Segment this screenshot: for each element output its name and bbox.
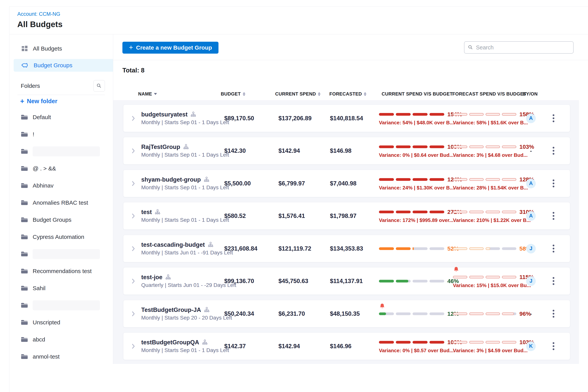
row-menu-button[interactable] xyxy=(550,235,557,262)
column-header-budget[interactable]: BUDGET xyxy=(221,91,246,97)
budget-group-row[interactable]: test Monthly | Starts Sep 01 - 1 Days Le… xyxy=(123,202,570,230)
account-breadcrumb-link[interactable]: Account: CCM-NG xyxy=(17,11,588,17)
sidebar-folder-item[interactable]: Budget Groups xyxy=(21,214,111,225)
sidebar-folder-item[interactable]: Anomalies RBAC test xyxy=(21,197,111,208)
column-header-name[interactable]: NAME xyxy=(138,91,157,97)
by-on-empty-dash: - xyxy=(530,148,532,154)
sidebar-folder-item[interactable]: Unscripted xyxy=(21,317,111,328)
current-vs-budget-cell: 154% Variance: 54% | $48.0K over B... xyxy=(379,105,464,132)
current-vs-budget-cell: 46% xyxy=(379,268,464,294)
sort-icon xyxy=(243,92,246,96)
current-vs-budget-cell: 100% Variance: 0% | $0.57 over Bud... xyxy=(379,332,464,360)
budget-group-name[interactable]: shyam-budget-group xyxy=(141,176,201,183)
row-menu-button[interactable] xyxy=(550,137,557,164)
budget-group-name[interactable]: test-joe xyxy=(141,274,162,281)
row-expand-chevron[interactable] xyxy=(132,137,135,164)
folder-icon xyxy=(21,285,28,291)
budget-group-name[interactable]: test xyxy=(141,209,152,216)
current-spend-amount: $137,206.89 xyxy=(278,115,312,122)
table-header-row: NAME BUDGET CURRENT SPEND FORECASTED xyxy=(113,91,579,98)
by-on-avatar: A xyxy=(526,114,536,123)
name-cell: test-joe Quarterly | Starts Jun 01 - -29… xyxy=(141,268,236,294)
folder-name: @ . > && xyxy=(33,165,56,172)
sidebar-folder-item[interactable]: anmol-test xyxy=(21,351,111,362)
piggy-bank-icon xyxy=(21,62,29,68)
budget-group-name[interactable]: RajTestGroup xyxy=(141,144,180,150)
row-menu-button[interactable] xyxy=(550,268,557,294)
sidebar-folder-item[interactable] xyxy=(21,146,111,157)
sidebar-folder-item[interactable]: Abhinav xyxy=(21,180,111,191)
budget-group-name[interactable]: testBudgetGroupQA xyxy=(141,339,199,346)
folder-icon xyxy=(21,200,28,206)
budget-period: Monthly | Starts Jun 01 - -91 Days Left xyxy=(141,250,233,256)
budget-group-row[interactable]: shyam-budget-group Monthly | Starts Sep … xyxy=(123,170,570,197)
budget-group-name[interactable]: TestBudgetGroup-JA xyxy=(141,306,201,314)
hierarchy-icon xyxy=(202,339,208,346)
budget-amount: $231,608.84 xyxy=(224,245,257,252)
budget-group-row[interactable]: test-cascading-budget Monthly | Starts J… xyxy=(123,235,570,262)
sidebar-folder-item[interactable]: @ . > && xyxy=(21,163,111,174)
row-expand-chevron[interactable] xyxy=(132,268,135,294)
row-expand-chevron[interactable] xyxy=(132,170,135,197)
sidebar-item-budget-groups[interactable]: Budget Groups xyxy=(14,59,113,72)
folder-icon xyxy=(21,354,28,360)
column-header-forecasted[interactable]: FORECASTED xyxy=(329,91,366,97)
sidebar-item-label: Budget Groups xyxy=(34,62,72,68)
budget-amount: $142.37 xyxy=(224,343,246,350)
current-vs-budget-bar xyxy=(379,247,444,250)
hierarchy-icon xyxy=(208,242,214,248)
current-vs-budget-bar xyxy=(379,341,444,344)
current-spend-amount: $142.94 xyxy=(278,148,300,154)
column-header-current-vs-budget: CURRENT SPEND V/S BUDGET xyxy=(382,91,453,97)
budget-group-name[interactable]: test-cascading-budget xyxy=(141,241,205,248)
forecast-vs-budget-bar xyxy=(453,276,516,278)
sidebar-folder-item[interactable]: abcd xyxy=(21,334,111,345)
forecast-vs-budget-bar xyxy=(453,210,516,213)
folder-name: Anomalies RBAC test xyxy=(33,200,88,206)
sidebar-folder-item[interactable] xyxy=(21,300,111,311)
current-vs-budget-cell: 52% xyxy=(379,235,464,262)
folder-icon xyxy=(21,337,28,342)
current-vs-budget-bar xyxy=(379,312,444,315)
row-menu-button[interactable] xyxy=(550,170,557,197)
sidebar-folder-item[interactable]: Default xyxy=(21,112,111,122)
current-variance-text: Variance: 0% | $0.64 over Bud... xyxy=(379,152,464,158)
row-expand-chevron[interactable] xyxy=(132,332,135,360)
budget-group-row[interactable]: testBudgetGroupQA Monthly | Starts Sep 0… xyxy=(123,332,570,360)
search-icon xyxy=(468,45,473,50)
current-spend-amount: $142.94 xyxy=(278,343,300,350)
row-expand-chevron[interactable] xyxy=(132,202,135,230)
hierarchy-icon xyxy=(154,209,161,215)
budget-period: Monthly | Starts Sep 20 - 20 Days Left xyxy=(141,315,232,321)
sidebar-folder-item[interactable]: Sahil xyxy=(21,283,111,294)
current-variance-text: Variance: 54% | $48.0K over B... xyxy=(379,120,464,126)
budget-group-row[interactable]: budgetsuryatest Monthly | Starts Sep 01 … xyxy=(123,104,570,132)
new-folder-button[interactable]: + New folder xyxy=(20,98,58,105)
budget-group-row[interactable]: test-joe Quarterly | Starts Jun 01 - -29… xyxy=(123,267,570,295)
search-input[interactable] xyxy=(476,44,570,51)
budget-amount: $50,240.34 xyxy=(224,310,254,317)
sidebar-item-all-budgets[interactable]: All Budgets xyxy=(14,42,113,55)
row-menu-button[interactable] xyxy=(550,332,557,360)
folder-search-button[interactable] xyxy=(94,80,105,92)
budget-group-row[interactable]: TestBudgetGroup-JA Monthly | Starts Sep … xyxy=(123,300,570,328)
create-budget-group-button[interactable]: + Create a new Budget Group xyxy=(122,42,218,54)
row-menu-button[interactable] xyxy=(550,300,557,327)
app-frame: Account: CCM-NG All Budgets All Budgets xyxy=(9,6,588,392)
sort-desc-icon xyxy=(154,93,157,95)
row-expand-chevron[interactable] xyxy=(132,235,135,262)
row-menu-button[interactable] xyxy=(550,105,557,132)
column-header-current-spend[interactable]: CURRENT SPEND xyxy=(275,91,320,97)
sidebar-folder-item[interactable]: Cypress Automation xyxy=(21,232,111,242)
row-expand-chevron[interactable] xyxy=(132,300,135,327)
row-expand-chevron[interactable] xyxy=(132,105,135,132)
by-on-cell: A xyxy=(526,202,536,230)
sidebar-folder-item[interactable]: Recommendations test xyxy=(21,266,111,276)
sidebar-folder-item[interactable]: ! xyxy=(21,129,111,140)
sidebar-folder-item[interactable] xyxy=(21,249,111,260)
folder-list: Default ! xyxy=(21,112,111,364)
row-menu-button[interactable] xyxy=(550,202,557,230)
name-cell: test-cascading-budget Monthly | Starts J… xyxy=(141,235,233,262)
budget-group-name[interactable]: budgetsuryatest xyxy=(141,111,188,118)
budget-group-row[interactable]: RajTestGroup Monthly | Starts Sep 01 - 1… xyxy=(123,137,570,164)
